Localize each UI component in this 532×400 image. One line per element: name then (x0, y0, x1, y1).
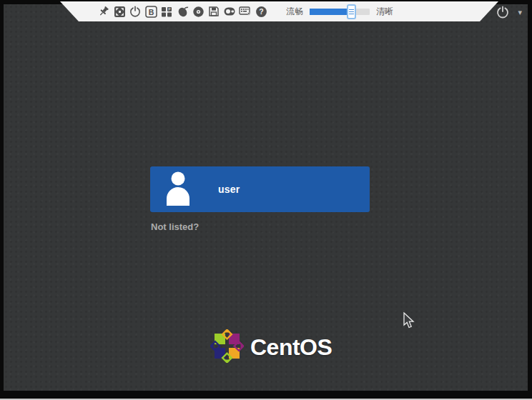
not-listed-link[interactable]: Not listed? (151, 221, 199, 232)
user-login-tile[interactable]: user (150, 166, 370, 212)
record-icon[interactable] (223, 5, 236, 18)
user-name-label: user (218, 184, 240, 195)
quality-slider-group: 流畅 清晰 (286, 1, 393, 21)
user-avatar-icon (162, 170, 194, 209)
centos-branding: CentOS (210, 329, 332, 366)
chevron-down-icon[interactable]: ▾ (518, 9, 522, 16)
centos-logo-icon (210, 329, 244, 366)
keyboard-blocks-icon[interactable]: P (160, 5, 173, 18)
svg-text:?: ? (259, 7, 263, 16)
quality-slider[interactable] (310, 9, 370, 15)
quality-slider-handle[interactable] (347, 4, 356, 19)
virtual-keyboard-icon[interactable] (239, 5, 252, 18)
floppy-icon[interactable] (207, 5, 220, 18)
mouse-icon[interactable] (176, 5, 189, 18)
remote-viewer-window: ▾ (0, 0, 532, 400)
slider-smooth-label: 流畅 (286, 6, 303, 18)
toolbar-icon-group: B P (97, 1, 267, 21)
pin-icon[interactable] (97, 5, 110, 18)
centos-wordmark: CentOS (250, 334, 332, 361)
power-icon[interactable] (496, 6, 509, 19)
slider-sharp-label: 清晰 (376, 6, 393, 18)
fullscreen-icon[interactable] (113, 5, 126, 18)
viewer-toolbar: B P (60, 1, 498, 21)
b-key-icon[interactable]: B (144, 5, 157, 18)
svg-text:B: B (148, 7, 154, 16)
power-icon[interactable] (129, 5, 142, 18)
help-icon[interactable]: ? (255, 5, 267, 18)
quality-slider-fill (310, 9, 351, 15)
cdrom-icon[interactable] (192, 5, 205, 18)
